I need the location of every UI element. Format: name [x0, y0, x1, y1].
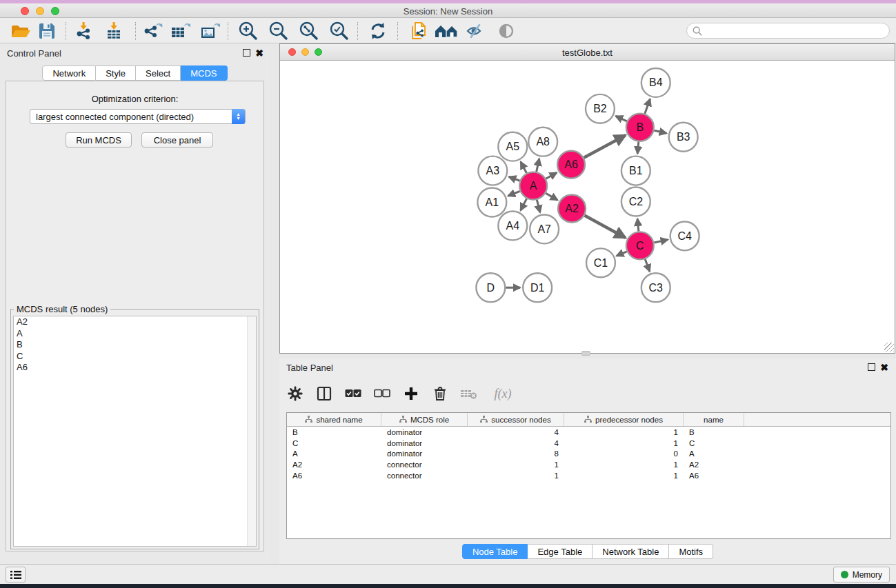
show-all-button[interactable] — [494, 20, 520, 42]
column-header-shared-name[interactable]: shared name — [287, 413, 381, 426]
graph-node-D[interactable]: D — [476, 273, 505, 302]
graph-edge-B-B4[interactable] — [645, 99, 650, 114]
graph-node-A5[interactable]: A5 — [498, 132, 527, 161]
graph-node-A2[interactable]: A2 — [558, 195, 586, 223]
refresh-layout-button[interactable] — [365, 20, 391, 42]
graph-node-B4[interactable]: B4 — [641, 68, 670, 97]
graph-edge-A-A3[interactable] — [509, 176, 520, 181]
graph-node-B[interactable]: B — [626, 114, 654, 141]
graph-node-A4[interactable]: A4 — [498, 211, 527, 240]
hide-selected-button[interactable] — [463, 20, 489, 42]
graph-edge-A-A2[interactable] — [546, 193, 557, 200]
search-input[interactable] — [686, 23, 890, 39]
mcds-result-item[interactable]: A — [14, 328, 256, 340]
tab-mcds[interactable]: MCDS — [181, 65, 227, 81]
graph-node-A1[interactable]: A1 — [477, 188, 506, 217]
export-network-button[interactable] — [139, 20, 166, 42]
graph-edge-A2-C[interactable] — [584, 216, 625, 238]
split-pane-handle[interactable] — [581, 351, 590, 356]
graph-edge-A-A5[interactable] — [521, 162, 527, 173]
function-builder-button[interactable]: f(x) — [489, 385, 517, 403]
graph-edge-A6-B[interactable] — [584, 135, 625, 158]
graph-node-D1[interactable]: D1 — [523, 273, 552, 302]
import-network-button[interactable] — [70, 20, 97, 42]
graph-node-C1[interactable]: C1 — [586, 248, 615, 277]
node-table[interactable]: shared nameMCDS rolesuccessor nodesprede… — [286, 412, 891, 539]
table-row[interactable]: A2connector11A2 — [287, 459, 890, 470]
graph-edge-A-A8[interactable] — [537, 159, 539, 172]
graph-node-B2[interactable]: B2 — [586, 94, 615, 123]
zoom-in-button[interactable] — [235, 20, 261, 42]
float-panel-icon[interactable] — [243, 49, 250, 57]
table-tab-motifs[interactable]: Motifs — [669, 544, 713, 559]
graph-node-B1[interactable]: B1 — [621, 156, 650, 185]
table-tab-network-table[interactable]: Network Table — [593, 544, 669, 559]
tab-style[interactable]: Style — [96, 65, 136, 81]
tab-network[interactable]: Network — [42, 65, 96, 81]
graph-node-C3[interactable]: C3 — [641, 273, 670, 302]
graph-node-A[interactable]: A — [519, 172, 547, 200]
graph-node-C4[interactable]: C4 — [670, 221, 699, 250]
close-panel-button[interactable]: Close panel — [141, 132, 213, 148]
unselect-all-rows-button[interactable] — [373, 385, 391, 403]
graph-edge-A-A4[interactable] — [521, 199, 527, 210]
graph-node-A7[interactable]: A7 — [530, 214, 559, 243]
column-header-predecessor-nodes[interactable]: predecessor nodes — [564, 413, 684, 426]
table-row[interactable]: Bdominator41B — [287, 427, 890, 438]
export-table-button[interactable] — [167, 20, 193, 42]
save-session-button[interactable] — [34, 20, 60, 42]
close-panel-icon[interactable]: ✖ — [255, 50, 263, 57]
task-history-button[interactable] — [6, 567, 26, 582]
graph-node-A6[interactable]: A6 — [557, 151, 585, 179]
select-all-rows-button[interactable] — [344, 385, 362, 403]
run-mcds-button[interactable]: Run MCDS — [66, 132, 132, 148]
table-tab-edge-table[interactable]: Edge Table — [528, 544, 593, 559]
close-table-panel-icon[interactable]: ✖ — [880, 364, 888, 372]
mcds-result-item[interactable]: B — [14, 339, 256, 351]
network-window-titlebar[interactable]: testGlobe.txt — [280, 44, 895, 61]
tab-select[interactable]: Select — [136, 65, 181, 81]
mcds-result-item[interactable]: A6 — [14, 362, 256, 374]
table-row[interactable]: Cdominator41C — [287, 438, 890, 449]
mcds-list-scrollbar[interactable] — [247, 316, 256, 546]
mcds-result-item[interactable]: C — [14, 351, 256, 363]
graph-node-C2[interactable]: C2 — [621, 187, 650, 216]
float-table-panel-icon[interactable] — [868, 363, 875, 371]
column-header-name[interactable]: name — [684, 413, 744, 426]
import-table-button[interactable] — [101, 20, 127, 42]
column-header-MCDS-role[interactable]: MCDS role — [381, 413, 468, 426]
table-tab-node-table[interactable]: Node Table — [462, 544, 528, 559]
graph-edge-B-B3[interactable] — [654, 130, 666, 133]
optimization-dropdown[interactable]: largest connected component (directed) ▲… — [30, 109, 246, 124]
graph-edge-A-A6[interactable] — [546, 172, 557, 179]
zoom-fit-button[interactable] — [296, 20, 322, 42]
first-neighbors-button[interactable] — [433, 20, 459, 42]
add-column-button[interactable] — [402, 385, 420, 403]
graph-edge-B-B1[interactable] — [637, 142, 639, 154]
graph-edge-C-C2[interactable] — [637, 219, 639, 231]
delete-column-button[interactable] — [431, 385, 449, 403]
memory-button[interactable]: Memory — [833, 567, 890, 582]
graph-edge-C-C3[interactable] — [645, 259, 650, 272]
table-row[interactable]: Adominator80A — [287, 449, 890, 460]
graph-node-A3[interactable]: A3 — [478, 156, 507, 185]
graph-edge-A-A1[interactable] — [508, 191, 519, 196]
new-network-from-selection-button[interactable] — [406, 20, 432, 42]
graph-edge-C-C1[interactable] — [617, 252, 627, 256]
graph-node-A8[interactable]: A8 — [528, 128, 557, 156]
zoom-selected-button[interactable] — [326, 20, 352, 42]
table-row[interactable]: A6connector11A6 — [287, 470, 890, 481]
graph-edge-B-B2[interactable] — [616, 116, 627, 121]
graph-edge-C-C4[interactable] — [654, 240, 668, 243]
network-canvas[interactable]: B4B2BB3A8A5A6A3B1AC2A1A2A4A7C4CC1C3DD1 — [280, 61, 895, 353]
table-mode-gear-button[interactable] — [286, 385, 304, 403]
zoom-out-button[interactable] — [266, 20, 292, 42]
mcds-result-item[interactable]: A2 — [14, 316, 256, 328]
column-header-successor-nodes[interactable]: successor nodes — [468, 413, 564, 426]
show-column-selector-button[interactable] — [315, 385, 333, 403]
graph-node-C[interactable]: C — [626, 232, 654, 259]
window-resize-grip[interactable] — [884, 343, 894, 352]
mcds-result-list[interactable]: A2ABCA6 — [13, 316, 257, 547]
delete-table-button[interactable] — [460, 385, 478, 403]
graph-edge-A-A7[interactable] — [537, 200, 540, 212]
